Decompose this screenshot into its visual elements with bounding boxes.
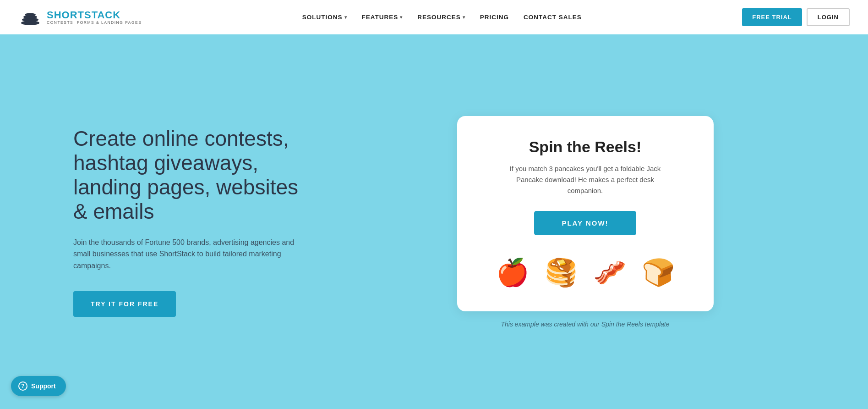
logo-area: SHORTSTACK CONTESTS, FORMS & LANDING PAG… <box>18 6 142 29</box>
card-description: If you match 3 pancakes you'll get a fol… <box>498 163 672 196</box>
support-icon: ? <box>18 381 27 391</box>
nav-links: SOLUTIONS ▾ FEATURES ▾ RESOURCES ▾ PRICI… <box>302 14 582 21</box>
support-button[interactable]: ? Support <box>11 376 66 396</box>
spin-card: Spin the Reels! If you match 3 pancakes … <box>457 116 714 311</box>
free-trial-button[interactable]: FREE TRIAL <box>742 8 802 26</box>
food-icons-row: 🍎 🥞 🥓 🍞 <box>485 252 686 293</box>
card-caption: This example was created with our Spin t… <box>501 321 669 328</box>
nav-contact-sales[interactable]: CONTACT SALES <box>524 14 582 21</box>
svg-point-3 <box>25 13 36 16</box>
food-apple: 🍎 <box>492 252 533 293</box>
nav-features[interactable]: FEATURES ▾ <box>362 14 403 21</box>
support-label: Support <box>31 382 56 390</box>
nav-pricing[interactable]: PRICING <box>480 14 509 21</box>
food-pancake: 🥞 <box>540 252 582 293</box>
hero-right-content: Spin the Reels! If you match 3 pancakes … <box>348 116 822 328</box>
logo-tagline: CONTESTS, FORMS & LANDING PAGES <box>47 20 142 25</box>
logo-name: SHORTSTACK <box>47 10 142 20</box>
nav-solutions[interactable]: SOLUTIONS ▾ <box>302 14 347 21</box>
logo-icon <box>18 6 42 29</box>
play-now-button[interactable]: PLAY NOW! <box>534 211 636 235</box>
hero-title: Create online contests, hashtag giveaway… <box>73 127 311 224</box>
try-for-free-button[interactable]: TRY IT FOR FREE <box>73 291 176 317</box>
hero-left-content: Create online contests, hashtag giveaway… <box>73 127 311 316</box>
hero-section: Create online contests, hashtag giveaway… <box>0 34 868 409</box>
logo-text: SHORTSTACK CONTESTS, FORMS & LANDING PAG… <box>47 10 142 25</box>
nav-actions: FREE TRIAL LOGIN <box>742 8 850 26</box>
navbar: SHORTSTACK CONTESTS, FORMS & LANDING PAG… <box>0 0 868 34</box>
food-toast: 🍞 <box>638 252 679 293</box>
chevron-down-icon: ▾ <box>463 15 465 20</box>
hero-subtitle: Join the thousands of Fortune 500 brands… <box>73 237 302 272</box>
food-bacon: 🥓 <box>589 252 630 293</box>
chevron-down-icon: ▾ <box>344 15 347 20</box>
chevron-down-icon: ▾ <box>400 15 403 20</box>
card-title: Spin the Reels! <box>485 138 686 156</box>
login-button[interactable]: LOGIN <box>807 8 850 26</box>
nav-resources[interactable]: RESOURCES ▾ <box>417 14 465 21</box>
